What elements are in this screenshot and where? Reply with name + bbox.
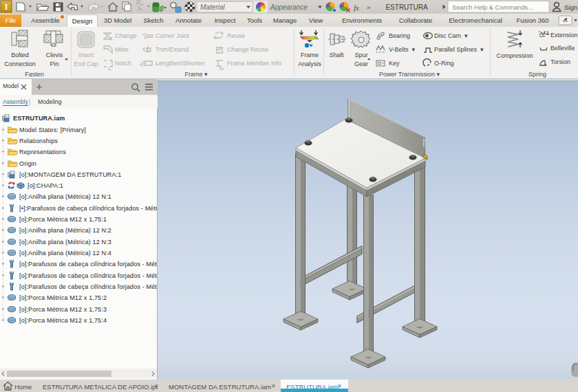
svg-text:Search Help & Commands...: Search Help & Commands... xyxy=(452,4,533,11)
svg-text:»: » xyxy=(367,3,370,11)
svg-text:Material: Material xyxy=(200,3,225,11)
svg-text:I: I xyxy=(5,2,8,12)
svg-text:ESTRUTURA: ESTRUTURA xyxy=(385,3,427,11)
svg-text:Appearance: Appearance xyxy=(270,3,308,11)
svg-text:fx: fx xyxy=(354,3,359,12)
svg-text:Sign: Sign xyxy=(564,3,577,11)
